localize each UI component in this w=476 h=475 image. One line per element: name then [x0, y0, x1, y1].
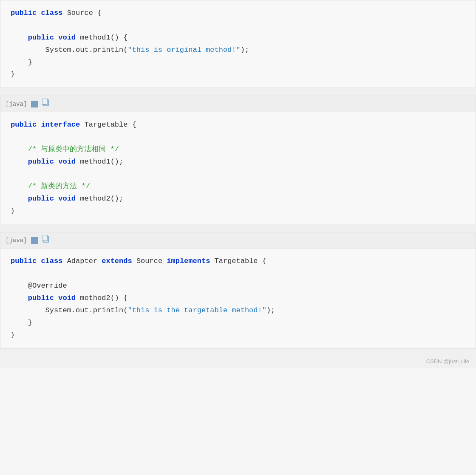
copy-icon[interactable] — [42, 235, 50, 246]
watermark: CSDN @just-julie — [0, 356, 476, 368]
code-token: @Override — [11, 282, 67, 290]
code-line: public class Source { — [11, 7, 465, 20]
code-line: } — [11, 57, 465, 69]
code-token: "this is original method!" — [128, 46, 240, 54]
code-token: ); — [241, 46, 249, 54]
code-token: method2(); — [76, 195, 123, 203]
code-line — [11, 168, 465, 181]
code-token: method1() { — [76, 34, 128, 42]
code-line — [11, 268, 465, 280]
code-token — [11, 158, 28, 166]
code-token: public — [28, 195, 58, 203]
code-line: public class Adapter extends Source impl… — [11, 255, 465, 268]
code-block-2: [java] public interface Targetable { /* … — [0, 96, 476, 224]
svg-rect-3 — [42, 235, 47, 241]
code-line — [11, 131, 465, 144]
copy-icon[interactable] — [42, 99, 50, 109]
code-line: } — [11, 205, 465, 218]
code-token: Targetable { — [80, 121, 136, 129]
code-line: public void method2() { — [11, 292, 465, 305]
code-token: public — [28, 158, 58, 166]
code-content: public interface Targetable { /* 与原类中的方法… — [0, 112, 476, 224]
code-token: public — [28, 34, 58, 42]
code-token: /* 与原类中的方法相同 */ — [28, 145, 119, 153]
code-line: } — [11, 317, 465, 329]
code-token: System.out.println( — [11, 46, 128, 54]
code-line: @Override — [11, 280, 465, 292]
code-line: } — [11, 68, 465, 81]
code-line: System.out.println("this is the targetab… — [11, 305, 465, 317]
stop-icon[interactable] — [31, 101, 38, 107]
code-token: class — [41, 257, 62, 265]
code-line: public void method1() { — [11, 32, 465, 44]
code-token: public — [11, 9, 41, 17]
code-block-header: [java] — [0, 232, 476, 249]
code-token: void — [58, 158, 76, 166]
code-token: Source — [132, 257, 167, 265]
code-block-1: public class Source { public void method… — [0, 0, 476, 88]
code-token: System.out.println( — [11, 306, 128, 314]
code-token: Targetable { — [210, 257, 266, 265]
code-token: Source { — [62, 9, 102, 17]
code-token — [11, 145, 28, 153]
code-token: public — [11, 257, 41, 265]
code-token — [11, 182, 28, 190]
code-content: public class Source { public void method… — [0, 0, 476, 88]
svg-rect-1 — [42, 99, 47, 105]
code-token: ); — [266, 306, 275, 314]
code-token: /* 新类的方法 */ — [28, 182, 90, 190]
code-token: } — [11, 331, 15, 339]
code-token: class — [41, 9, 62, 17]
code-token: void — [58, 34, 76, 42]
code-content: public class Adapter extends Source impl… — [0, 249, 476, 348]
code-token: implements — [167, 257, 210, 265]
code-token: "this is the targetable method!" — [128, 306, 266, 314]
code-token: void — [58, 294, 76, 302]
code-token: } — [11, 207, 15, 215]
code-token: } — [11, 319, 32, 327]
code-token: public — [11, 121, 41, 129]
code-line: /* 新类的方法 */ — [11, 181, 465, 193]
code-token — [11, 34, 28, 42]
code-token: method1(); — [76, 158, 123, 166]
code-line: public void method1(); — [11, 156, 465, 168]
code-token: public — [28, 294, 58, 302]
code-line: /* 与原类中的方法相同 */ — [11, 144, 465, 156]
code-block-3: [java] public class Adapter extends Sour… — [0, 232, 476, 348]
code-token — [11, 294, 28, 302]
code-line — [11, 20, 465, 32]
code-line: public void method2(); — [11, 193, 465, 205]
code-token: void — [58, 195, 76, 203]
code-token: } — [11, 70, 15, 78]
code-block-header: [java] — [0, 96, 476, 112]
code-line: public interface Targetable { — [11, 119, 465, 131]
code-token: Adapter — [62, 257, 102, 265]
code-token — [11, 195, 28, 203]
page-wrapper: public class Source { public void method… — [0, 0, 476, 368]
lang-label: [java] — [6, 237, 27, 244]
lang-label: [java] — [6, 101, 27, 107]
code-token: method2() { — [76, 294, 128, 302]
code-line: System.out.println("this is original met… — [11, 44, 465, 57]
code-line: } — [11, 329, 465, 342]
stop-icon[interactable] — [31, 237, 38, 244]
code-token: interface — [41, 121, 80, 129]
code-token: extends — [102, 257, 132, 265]
code-token: } — [11, 58, 32, 66]
